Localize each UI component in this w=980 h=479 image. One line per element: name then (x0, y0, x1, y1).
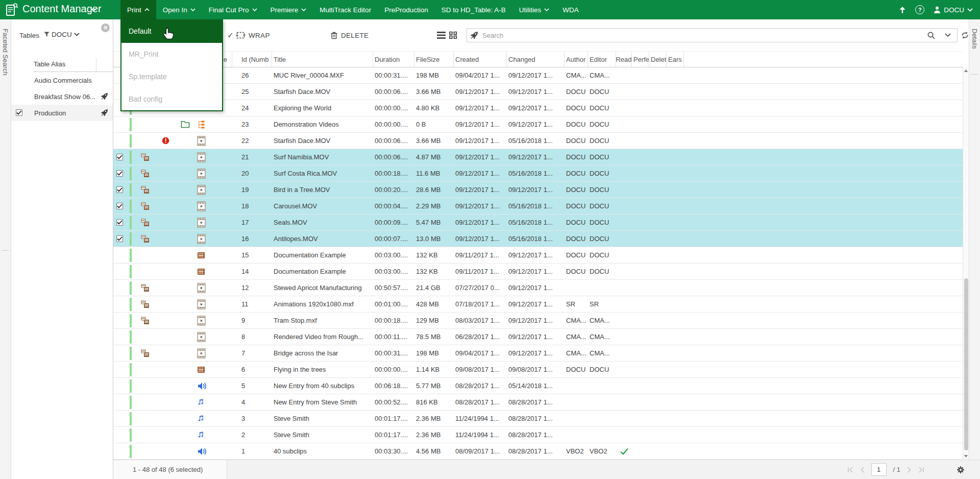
table-row[interactable]: 4New Entry from Steve Smith00:00:52....8… (113, 394, 963, 411)
settings-gear-icon[interactable] (957, 466, 965, 474)
table-row[interactable]: 7Bridge across the Isar00:00:31....198 M… (113, 345, 963, 362)
error-icon (162, 137, 169, 145)
page-number-input[interactable]: 1 (871, 463, 887, 476)
close-icon[interactable]: ✕ (101, 23, 110, 32)
upload-icon[interactable] (899, 6, 906, 14)
table-row[interactable]: 25Starfish Dace.MOV00:00:06....3.66 MB09… (113, 84, 963, 100)
header-title[interactable]: Title (272, 52, 373, 67)
first-page-icon[interactable] (847, 467, 853, 473)
table-row[interactable]: 12Stewed Apricot Manufacturing00:50:57..… (113, 280, 963, 296)
row-checkbox[interactable] (116, 154, 123, 160)
menu-premiere[interactable]: Premiere (264, 0, 313, 19)
search-rocket-icon[interactable] (470, 31, 478, 39)
table-row[interactable]: 22Starfish Dace.MOV00:00:06....3.66 MB09… (113, 133, 963, 149)
menu-final-cut-pro[interactable]: Final Cut Pro (202, 0, 264, 19)
row-checkbox[interactable] (116, 219, 123, 226)
footer: 1 - 48 of 48 (6 selected) 1 / 1 (113, 460, 980, 479)
header-created[interactable]: Created (454, 52, 507, 67)
details-tab[interactable]: Details (971, 19, 978, 75)
scroll-down-icon[interactable] (964, 454, 968, 458)
cell-checkbox (113, 133, 126, 149)
next-page-icon[interactable] (907, 467, 912, 473)
table-alias-header[interactable]: Table Alias (34, 57, 113, 72)
vertical-scrollbar[interactable] (963, 67, 969, 460)
cell-title: Animations 1920x1080.mxf (272, 296, 373, 312)
table-row[interactable]: 11Animations 1920x1080.mxf00:01:00....42… (113, 296, 963, 313)
header-changed[interactable]: Changed (507, 52, 565, 67)
row-checkbox[interactable] (116, 203, 123, 209)
row-checkbox[interactable] (116, 186, 123, 193)
table-row[interactable]: 14Documentation Example00:03:00....132 K… (113, 264, 963, 280)
header-filesize[interactable]: FileSize (414, 52, 454, 67)
trash-icon (330, 31, 338, 39)
prev-page-icon[interactable] (860, 467, 865, 473)
row-checkbox[interactable] (116, 235, 123, 242)
menu-sd-to-hd-table-a-b[interactable]: SD to HD_Table: A-B (435, 0, 512, 19)
table-row[interactable]: 23Demonstration Videos00:00:00....0 B09/… (113, 116, 963, 133)
sidebar-item-audio-commercials[interactable]: Audio Commercials (11, 72, 113, 88)
table-row[interactable]: 140 subclips00:03:30....4.56 MB08/09/201… (113, 443, 963, 460)
menu-open-in[interactable]: Open In (156, 0, 202, 19)
rocket-icon[interactable] (101, 92, 108, 100)
search-options-chevron-button[interactable] (939, 28, 958, 42)
search-input[interactable] (481, 31, 924, 40)
grid-view-icon[interactable] (449, 32, 457, 39)
sidebar-checkbox[interactable] (16, 109, 22, 116)
cell-type (194, 264, 232, 279)
sidebar-item-breakfast-show-06[interactable]: Breakfast Show 06... (11, 88, 113, 105)
faceted-search-tab[interactable]: Faceted Search (2, 19, 9, 251)
cell-type (194, 149, 232, 165)
table-row[interactable]: 5New Entry from 40 subclips00:06:18....5… (113, 378, 963, 394)
refresh-icon[interactable] (961, 31, 969, 40)
header-delet[interactable]: Delet (649, 52, 667, 67)
table-row[interactable]: 26MUC River_00004.MXF00:00:31....198 MB0… (113, 67, 963, 84)
table-row[interactable]: 18Carousel.MOV00:00:04....2.29 MB09/12/2… (113, 198, 963, 214)
table-row[interactable]: 2Steve Smith00:01:17....2.36 MB11/24/199… (113, 427, 963, 443)
table-row[interactable]: 24Exploring the World00:00:00....4.80 KB… (113, 100, 963, 116)
menu-utilities[interactable]: Utilities (512, 0, 556, 19)
table-row[interactable]: 20Surf Costa Rica.MOV00:00:18....11.6 MB… (113, 165, 963, 182)
table-row[interactable]: 3Steve Smith00:01:17....2.36 MB11/24/199… (113, 411, 963, 427)
cell-checkbox (113, 214, 126, 230)
table-row[interactable]: 17Seals.MOV00:00:09....5.47 MB09/12/2017… (113, 214, 963, 231)
table-row[interactable]: 8Rendered Video from Rough...00:00:11...… (113, 329, 963, 345)
subclip-icon (141, 284, 150, 292)
app-title-chevron-down-icon[interactable] (91, 8, 96, 12)
header-ears[interactable]: Ears (667, 52, 684, 67)
scroll-up-icon[interactable] (964, 69, 968, 73)
header-read[interactable]: Read (616, 52, 632, 67)
table-row[interactable]: 21Surf Namibia.MOV00:00:06....4.87 MB09/… (113, 149, 963, 165)
cell-status (155, 231, 176, 247)
help-icon[interactable]: ? (915, 5, 924, 14)
list-view-icon[interactable] (437, 32, 446, 39)
delete-button[interactable]: DELETE (330, 31, 369, 39)
menu-print[interactable]: Print (120, 0, 156, 19)
header-author[interactable]: Author (565, 52, 588, 67)
wrap-button[interactable]: WRAP (236, 32, 270, 39)
table-row[interactable]: 16Antilopes.MOV00:00:07....13.0 MB09/12/… (113, 231, 963, 247)
user-menu[interactable]: DOCU (934, 6, 973, 14)
last-page-icon[interactable] (918, 467, 925, 473)
header-perfe[interactable]: Perfe (632, 52, 649, 67)
table-row[interactable]: 6Flying in the trees00:00:00....1.14 KB0… (113, 362, 963, 378)
scrollbar-thumb[interactable] (964, 278, 968, 450)
table-filter-control[interactable]: DOCU (44, 31, 80, 38)
cell-read (616, 345, 632, 361)
sidebar-item-production[interactable]: Production (11, 105, 113, 121)
header-id[interactable]: Id (Numb (232, 52, 272, 67)
rocket-icon[interactable] (101, 109, 108, 116)
menu-multitrack-editor[interactable]: MultiTrack Editor (313, 0, 378, 19)
table-row[interactable]: 19Bird in a Tree.MOV00:00:20....28.6 MB0… (113, 182, 963, 198)
print-menu-item-sp-template[interactable]: Sp.template (121, 65, 222, 88)
search-magnifier-icon[interactable] (927, 31, 936, 40)
header-editor[interactable]: Editor (588, 52, 616, 67)
menu-preproduction[interactable]: PreProduction (378, 0, 435, 19)
row-checkbox[interactable] (116, 170, 123, 177)
print-menu-item-bad-config[interactable]: Bad config (121, 88, 222, 110)
header-duration[interactable]: Duration (373, 52, 414, 67)
print-menu-item-mr-print[interactable]: MR_Print (121, 43, 222, 65)
menu-wda[interactable]: WDA (556, 0, 585, 19)
cell-read (616, 165, 632, 181)
table-row[interactable]: 15Documentation Example00:03:00....132 K… (113, 247, 963, 264)
table-row[interactable]: 9Tram Stop.mxf00:00:18....129 MB08/03/20… (113, 313, 963, 329)
